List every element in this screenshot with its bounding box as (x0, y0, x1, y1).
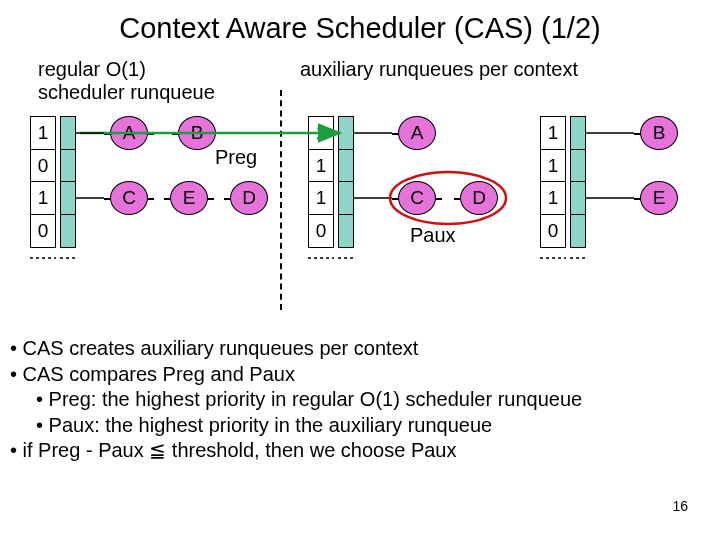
process-node-C: C (110, 181, 148, 215)
page-number: 16 (672, 498, 688, 514)
bullet-line: • CAS creates auxiliary runqueues per co… (10, 337, 418, 359)
slot-cell (338, 181, 354, 215)
process-node-E: E (170, 181, 208, 215)
slot-cell (60, 149, 76, 183)
bit-cell: 1 (308, 116, 334, 150)
process-node-C-aux: C (398, 181, 436, 215)
bullet-line: • if Preg - Paux ≦ threshold, then we ch… (10, 439, 456, 461)
diagram-area: 1 0 1 0 A B C E D Preg 1 1 1 0 (0, 108, 720, 318)
label-regular-runqueue: regular O(1) scheduler runqueue (38, 58, 215, 104)
bit-cell: 1 (30, 181, 56, 215)
aux2-slots (570, 116, 586, 248)
bullet-line: • Paux: the highest priority in the auxi… (10, 413, 582, 439)
slot-cell (338, 149, 354, 183)
process-node-E-aux: E (640, 181, 678, 215)
process-node-D: D (230, 181, 268, 215)
bit-cell: 0 (30, 149, 56, 183)
aux2-bitmap: 1 1 1 0 (540, 116, 566, 248)
slot-cell (570, 181, 586, 215)
bit-cell: 1 (308, 181, 334, 215)
slot-cell (338, 214, 354, 248)
slot-cell (60, 214, 76, 248)
process-node-A-aux: A (398, 116, 436, 150)
slot-cell (570, 214, 586, 248)
bit-cell: 0 (540, 214, 566, 248)
bit-cell: 1 (30, 116, 56, 150)
bit-cell: 1 (540, 116, 566, 150)
bullet-line: • Preg: the highest priority in regular … (10, 387, 582, 413)
bullet-list: • CAS creates auxiliary runqueues per co… (10, 336, 582, 464)
slot-cell (570, 116, 586, 150)
regular-slots (60, 116, 76, 248)
bit-cell: 1 (540, 181, 566, 215)
label-aux-runqueues: auxiliary runqueues per context (300, 58, 578, 81)
process-node-A: A (110, 116, 148, 150)
slot-cell (60, 181, 76, 215)
bit-cell: 0 (308, 214, 334, 248)
bullet-line: • CAS compares Preg and Paux (10, 363, 295, 385)
aux1-bitmap: 1 1 1 0 (308, 116, 334, 248)
bit-cell: 1 (540, 149, 566, 183)
aux1-slots (338, 116, 354, 248)
slot-cell (60, 116, 76, 150)
label-paux: Paux (410, 224, 456, 247)
process-node-B: B (178, 116, 216, 150)
page-title: Context Aware Scheduler (CAS) (1/2) (0, 0, 720, 49)
bit-cell: 1 (308, 149, 334, 183)
label-preg: Preg (215, 146, 257, 169)
slot-cell (338, 116, 354, 150)
bit-cell: 0 (30, 214, 56, 248)
process-node-B-aux: B (640, 116, 678, 150)
regular-bitmap: 1 0 1 0 (30, 116, 56, 248)
process-node-D-aux: D (460, 181, 498, 215)
slot-cell (570, 149, 586, 183)
